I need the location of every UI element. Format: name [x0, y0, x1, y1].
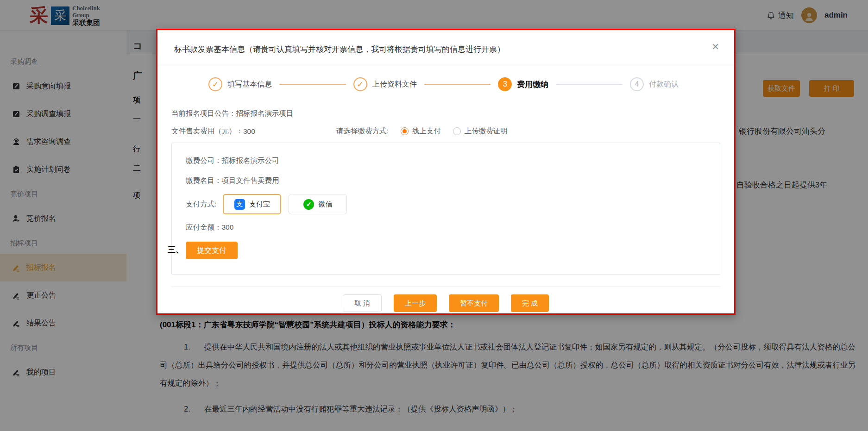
- fee-and-method-row: 文件售卖费用（元）：300 请选择缴费方式: 线上支付 上传缴费证明: [171, 126, 720, 136]
- steps-indicator: ✓ 填写基本信息 ✓ 上传资料文件 3 费用缴纳 4 付款确认: [208, 77, 679, 91]
- radio-online-payment[interactable]: 线上支付: [401, 126, 441, 136]
- step-number: 3: [498, 77, 512, 91]
- pay-channel-row: 支付方式: 支 支付宝 ✓ 微信: [186, 194, 706, 214]
- cancel-button[interactable]: 取 消: [343, 294, 382, 312]
- close-icon[interactable]: ✕: [711, 42, 719, 51]
- method-label: 请选择缴费方式:: [336, 126, 389, 136]
- step-connector: [424, 84, 491, 85]
- payer-company-row: 缴费公司：招标报名演示公司: [186, 156, 706, 166]
- prev-step-button[interactable]: 上一步: [394, 294, 437, 312]
- payment-detail-box: 缴费公司：招标报名演示公司 缴费名目：项目文件售卖费用 支付方式: 支 支付宝 …: [171, 143, 720, 275]
- step-label: 填写基本信息: [227, 80, 272, 89]
- radio-label: 上传缴费证明: [465, 126, 508, 136]
- modal-body: 当前报名项目公告：招标报名演示项目 文件售卖费用（元）：300 请选择缴费方式:…: [157, 109, 734, 312]
- alipay-label: 支付宝: [249, 200, 270, 209]
- alipay-button[interactable]: 支 支付宝: [223, 194, 281, 214]
- radio-label: 线上支付: [412, 126, 441, 136]
- doc-section-marker-overlap: 三、: [168, 244, 183, 255]
- step-label: 上传资料文件: [372, 80, 417, 89]
- step-number: 4: [630, 77, 644, 91]
- step-fee-payment: 3 费用缴纳: [498, 77, 548, 91]
- check-icon: ✓: [353, 77, 367, 91]
- announcement-label: 当前报名项目公告：: [171, 109, 236, 117]
- current-announcement: 当前报名项目公告：招标报名演示项目: [171, 109, 720, 119]
- step-fill-basic-info: ✓ 填写基本信息: [208, 77, 272, 91]
- item-value: 项目文件售卖费用: [222, 176, 279, 186]
- modal-header: 标书款发票基本信息（请贵司认真填写并核对开票信息，我司将根据贵司填写的信息进行开…: [157, 30, 734, 66]
- payment-method-choice: 请选择缴费方式: 线上支付 上传缴费证明: [336, 126, 508, 136]
- amount-value: 300: [222, 223, 234, 231]
- alipay-icon: 支: [234, 199, 245, 210]
- step-label: 付款确认: [649, 80, 679, 89]
- amount-label: 应付金额：: [186, 223, 222, 231]
- payment-item-row: 缴费名目：项目文件售卖费用: [186, 176, 706, 186]
- submit-payment-button[interactable]: 提交支付: [186, 242, 238, 259]
- amount-due-row: 应付金额：300: [186, 223, 706, 232]
- finish-button[interactable]: 完 成: [511, 294, 549, 312]
- step-connector: [556, 84, 623, 85]
- wechat-button[interactable]: ✓ 微信: [289, 194, 347, 214]
- fee-value: 300: [243, 127, 255, 136]
- item-label: 缴费名目：: [186, 176, 222, 186]
- step-label: 费用缴纳: [517, 79, 548, 90]
- check-icon: ✓: [208, 77, 222, 91]
- step-connector: [279, 84, 346, 85]
- wechat-label: 微信: [318, 200, 332, 209]
- company-value: 招标报名演示公司: [222, 156, 279, 166]
- step-payment-confirm: 4 付款确认: [630, 77, 679, 91]
- company-label: 缴费公司：: [186, 156, 222, 166]
- announcement-value: 招标报名演示项目: [236, 109, 294, 117]
- radio-selected-icon[interactable]: [401, 127, 409, 135]
- step-upload-files: ✓ 上传资料文件: [353, 77, 417, 91]
- fee-label: 文件售卖费用（元）：: [171, 126, 243, 136]
- modal-footer: 取 消 上一步 暂不支付 完 成: [171, 287, 720, 312]
- invoice-info-modal: 标书款发票基本信息（请贵司认真填写并核对开票信息，我司将根据贵司填写的信息进行开…: [156, 29, 736, 315]
- pay-later-button[interactable]: 暂不支付: [449, 294, 499, 312]
- radio-unselected-icon[interactable]: [453, 127, 461, 135]
- pay-channel-label: 支付方式:: [186, 200, 216, 209]
- modal-title: 标书款发票基本信息（请贵司认真填写并核对开票信息，我司将根据贵司填写的信息进行开…: [174, 45, 505, 54]
- radio-upload-proof[interactable]: 上传缴费证明: [453, 126, 508, 136]
- wechat-icon: ✓: [303, 199, 314, 210]
